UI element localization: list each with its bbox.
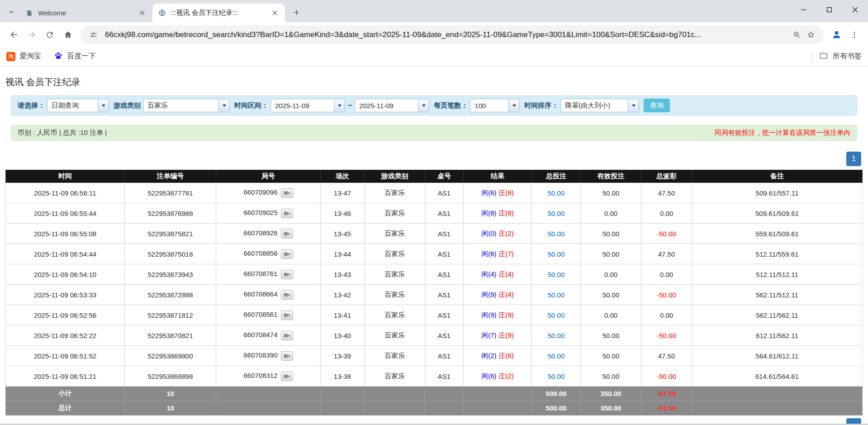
- bookmark-taobao[interactable]: 淘 爱淘宝: [6, 52, 41, 61]
- pagination-bottom-partial[interactable]: [846, 418, 861, 424]
- replay-video-button[interactable]: [281, 331, 293, 340]
- total-bet-link[interactable]: 50.00: [548, 210, 565, 217]
- result-banker: 庄(4): [499, 291, 514, 298]
- close-window-button[interactable]: [842, 0, 868, 19]
- total-bet-link[interactable]: 50.00: [548, 250, 565, 258]
- table-no-cell: AS1: [425, 346, 464, 366]
- game-type-cell: 百家乐: [365, 305, 425, 325]
- chevron-down-icon[interactable]: [418, 99, 429, 112]
- session-cell: 13-43: [321, 264, 365, 285]
- bookmark-star-icon[interactable]: [804, 28, 817, 42]
- total-bet-link[interactable]: 50.00: [548, 352, 565, 360]
- page-number-button[interactable]: 1: [846, 152, 861, 166]
- chevron-down-icon[interactable]: [98, 99, 109, 112]
- bet-table-foot: 小计 10 500.00 350.00 -57.50 总计 10 500.00 …: [6, 387, 863, 415]
- site-settings-tune-icon[interactable]: [87, 28, 100, 42]
- table-no-cell: AS1: [425, 366, 464, 387]
- result-player: 闲(6): [481, 250, 496, 258]
- replay-video-button[interactable]: [281, 270, 293, 279]
- page-title: 视讯 会员下注纪录: [5, 76, 868, 88]
- tab-betrecord[interactable]: :::视讯 会员下注纪录:::: [152, 4, 285, 22]
- game-type-combobox[interactable]: 百家乐: [143, 99, 230, 112]
- query-type-combobox[interactable]: 日期查询: [47, 99, 109, 112]
- total-bet-link[interactable]: 50.00: [548, 230, 565, 238]
- round-cell: 660709025: [216, 203, 321, 224]
- tab-close-icon[interactable]: [270, 8, 280, 18]
- tab-close-icon[interactable]: [137, 8, 147, 18]
- date-end-combobox[interactable]: 2025-11-09: [355, 99, 429, 112]
- minimize-button[interactable]: [791, 0, 816, 19]
- per-page-combobox[interactable]: 100: [470, 99, 520, 112]
- zoom-icon[interactable]: [790, 28, 804, 42]
- payout-cell: -50.00: [641, 366, 692, 387]
- forward-button[interactable]: [23, 26, 41, 44]
- total-bet-link[interactable]: 50.00: [548, 311, 565, 319]
- bet-id-cell: 522953875018: [125, 244, 216, 264]
- remark-cell: 509.61/557.11: [692, 183, 863, 203]
- maximize-button[interactable]: [816, 0, 842, 19]
- bookmark-baidu[interactable]: 百度一下: [54, 51, 96, 62]
- address-bar[interactable]: 66cxkj98.com/game/betrecord_search/kind3…: [81, 25, 824, 44]
- empty-cell: [365, 401, 425, 415]
- header-game-type: 游戏类别: [365, 170, 425, 183]
- combobox-value: 2025-11-09: [271, 99, 334, 112]
- chevron-down-icon[interactable]: [628, 99, 639, 112]
- replay-video-button[interactable]: [281, 351, 293, 361]
- chevron-down-icon[interactable]: [508, 99, 519, 112]
- total-bet-link[interactable]: 50.00: [548, 372, 565, 380]
- total-bet-link[interactable]: 50.00: [548, 332, 565, 339]
- summary-count-cell: 10: [125, 401, 216, 415]
- result-player: 闲(0): [481, 229, 496, 237]
- header-round-id: 局号: [216, 170, 321, 183]
- header-valid-bet: 有效投注: [581, 170, 641, 183]
- table-header: 时间 注单编号 局号 场次 游戏类别 桌号 结果 总投注 有效投注 总派彩 备注: [6, 170, 863, 183]
- replay-video-button[interactable]: [281, 209, 293, 218]
- time-cell: 2025-11-09 06:55:08: [6, 224, 125, 244]
- tab-search-button[interactable]: [5, 5, 18, 19]
- round-id: 660708856: [243, 249, 277, 257]
- profile-avatar[interactable]: [827, 26, 845, 44]
- time-cell: 2025-11-09 06:51:52: [6, 346, 125, 366]
- chevron-down-icon[interactable]: [334, 99, 345, 112]
- payout-cell: 0.00: [641, 305, 692, 325]
- replay-video-button[interactable]: [281, 249, 293, 259]
- session-cell: 13-44: [321, 244, 365, 264]
- reload-button[interactable]: [41, 26, 59, 44]
- round-cell: 660708664: [216, 285, 321, 305]
- date-start-combobox[interactable]: 2025-11-09: [270, 99, 345, 112]
- all-bookmarks-button[interactable]: 所有书签: [811, 51, 862, 62]
- empty-cell: [365, 387, 425, 401]
- replay-video-button[interactable]: [281, 229, 293, 239]
- total-bet-cell: 50.00: [532, 203, 581, 224]
- table-row: 2025-11-09 06:53:33 522953872888 6607086…: [6, 285, 863, 305]
- search-button[interactable]: 查询: [644, 99, 670, 112]
- chevron-down-icon[interactable]: [218, 99, 229, 112]
- round-cell: 660708474: [216, 325, 321, 346]
- url-text[interactable]: 66cxkj98.com/game/betrecord_search/kind3…: [105, 30, 786, 39]
- chevron-down-icon: [8, 9, 14, 15]
- total-bet-link[interactable]: 50.00: [548, 291, 565, 299]
- valid-bet-cell: 50.00: [581, 325, 641, 346]
- tab-welcome[interactable]: Welcome: [20, 4, 152, 22]
- game-type-label: 游戏类别: [114, 101, 141, 110]
- browser-menu-icon[interactable]: [845, 26, 863, 44]
- replay-video-button[interactable]: [281, 188, 293, 198]
- folder-icon: [819, 51, 828, 62]
- replay-video-button[interactable]: [281, 372, 293, 381]
- sort-combobox[interactable]: 降幂(由大到小): [560, 99, 639, 112]
- total-bet-link[interactable]: 50.00: [548, 189, 565, 197]
- replay-video-button[interactable]: [281, 290, 293, 300]
- total-bet-link[interactable]: 50.00: [548, 271, 565, 278]
- combobox-value: 日期查询: [47, 99, 98, 112]
- page-content: 视讯 会员下注纪录 请选择： 日期查询 游戏类别 百家乐 时间区间： 2025-…: [0, 76, 868, 415]
- rule-notice: 同局有效投注，统一计算在该局第一张注单内: [715, 129, 850, 137]
- back-button[interactable]: [5, 26, 23, 44]
- table-no-cell: AS1: [425, 224, 464, 244]
- combobox-value: 100: [470, 99, 508, 112]
- replay-video-button[interactable]: [281, 310, 293, 320]
- filter-bar: 请选择： 日期查询 游戏类别 百家乐 时间区间： 2025-11-09 ~ 20…: [11, 96, 857, 115]
- new-tab-button[interactable]: [289, 5, 304, 20]
- summary-total-bet-cell: 500.00: [532, 387, 581, 401]
- bet-id-cell: 522953873943: [125, 264, 216, 285]
- home-button[interactable]: [59, 26, 77, 44]
